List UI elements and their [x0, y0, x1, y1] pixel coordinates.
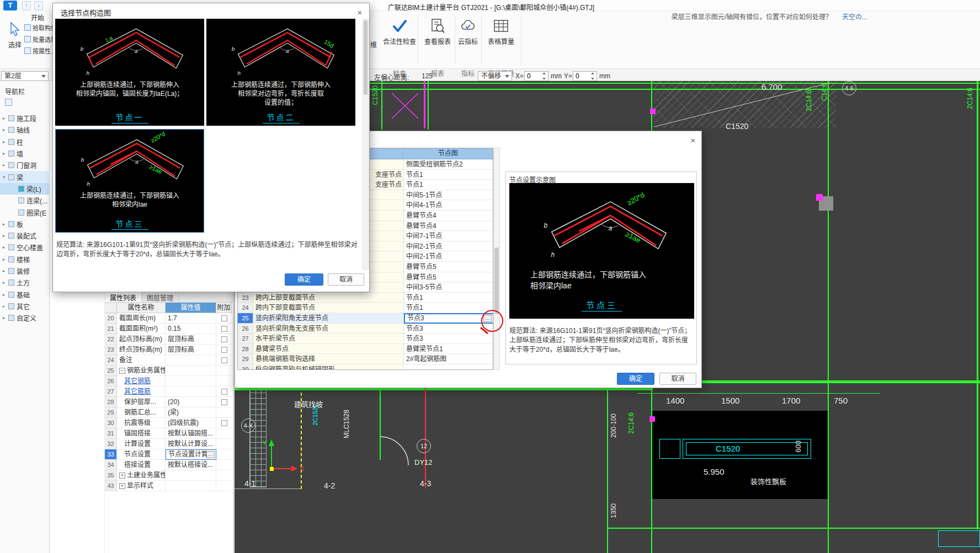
- node-value-cell[interactable]: 中间5-1节点: [404, 190, 493, 201]
- sidebar-item[interactable]: ▸基础: [0, 288, 50, 300]
- sidebar-item[interactable]: ▸土方: [0, 277, 50, 288]
- node-value-cell[interactable]: 悬臂梁节点1: [404, 344, 493, 355]
- expand-toggle-icon[interactable]: +: [119, 483, 125, 489]
- attach-checkbox[interactable]: [221, 315, 227, 321]
- check-legality-button[interactable]: 合法性检查: [382, 18, 417, 46]
- property-row[interactable]: 28保护层厚...(20): [105, 397, 232, 407]
- property-value[interactable]: 1.7: [166, 313, 216, 324]
- node-value-cell[interactable]: 中间3-5节点: [404, 282, 493, 293]
- help-search-bar[interactable]: 梁层三维显示图元/轴网有错位，位置不对应如何处理？ 天空の...: [674, 12, 867, 20]
- sidebar-item[interactable]: ▾梁: [0, 171, 50, 182]
- property-value[interactable]: 0.15: [166, 324, 216, 334]
- node-option-2[interactable]: b h a 15d 上部钢筋连续通过，下部钢筋伸入 相邻梁对边弯折，弯折长度取 …: [206, 19, 355, 126]
- table-quantity-button[interactable]: 表格算量: [484, 18, 518, 46]
- sidebar-item[interactable]: 圈梁(E: [0, 206, 50, 218]
- node-value-cell[interactable]: 悬臂节点5: [404, 272, 493, 283]
- expand-arrow-icon[interactable]: ▸: [3, 292, 8, 297]
- node-value-cell[interactable]: 节点3: [404, 324, 493, 334]
- expand-arrow-icon[interactable]: ▸: [3, 315, 8, 320]
- search-text[interactable]: 梁层三维显示图元/轴网有错位，位置不对应如何处理？: [672, 12, 832, 21]
- property-value[interactable]: 按默认搭接设...: [166, 460, 216, 470]
- expand-arrow-icon[interactable]: ▸: [3, 304, 8, 309]
- node-value-cell[interactable]: 悬臂节点4: [404, 211, 493, 221]
- node-value-cell[interactable]: 中间2-1节点: [404, 241, 493, 252]
- sidebar-item[interactable]: ▸施工段: [0, 112, 50, 124]
- cancel-button[interactable]: 取消: [659, 373, 696, 385]
- table-scrollbar[interactable]: [493, 148, 500, 370]
- expand-toggle-icon[interactable]: −: [119, 368, 125, 374]
- node-value-cell[interactable]: 侧面受扭钢筋节点2: [404, 159, 493, 170]
- property-row[interactable]: 29钢筋汇总...(梁): [105, 407, 232, 418]
- sidebar-item[interactable]: ▸其它: [0, 300, 50, 312]
- expand-arrow-icon[interactable]: ▾: [3, 175, 8, 180]
- ok-button[interactable]: 确定: [617, 373, 654, 385]
- property-row[interactable]: 26其它钢筋: [105, 376, 232, 386]
- sidebar-item[interactable]: ▸装修: [0, 265, 50, 277]
- property-value[interactable]: (梁): [166, 407, 216, 418]
- node-value-cell[interactable]: 节点1: [404, 180, 493, 190]
- expand-arrow-icon[interactable]: ▸: [3, 127, 8, 132]
- property-row[interactable]: 23终点顶标高(m)层顶标高: [105, 345, 232, 355]
- expand-toggle-icon[interactable]: +: [119, 473, 125, 479]
- sidebar-item[interactable]: ▸楼梯: [0, 254, 50, 265]
- x-spinner[interactable]: [542, 72, 547, 80]
- select-tool-button[interactable]: 选择: [7, 22, 23, 49]
- node-value-cell[interactable]: 节点3: [404, 334, 493, 344]
- attach-checkbox[interactable]: [221, 420, 227, 426]
- node-table-row[interactable]: 27水平折梁节点节点3: [238, 334, 493, 344]
- layer-selector[interactable]: 第2层: [1, 71, 49, 81]
- attach-checkbox[interactable]: [221, 347, 227, 353]
- node-table-row[interactable]: 26竖向折梁阴角无支座节点节点3: [238, 324, 493, 334]
- property-value[interactable]: [166, 386, 216, 397]
- tab-property-list[interactable]: 属性列表: [105, 292, 142, 302]
- property-row[interactable]: 24备注: [105, 355, 232, 366]
- nav-pin-icon[interactable]: [5, 99, 12, 106]
- node-table-row[interactable]: 28悬臂梁节点悬臂梁节点1: [238, 344, 493, 355]
- sidebar-item[interactable]: 连梁(...: [0, 195, 50, 206]
- property-value[interactable]: (20): [166, 397, 216, 407]
- ellipsis-button[interactable]: …: [206, 451, 215, 458]
- sidebar-item[interactable]: ▸墙: [0, 148, 50, 159]
- sidebar-item[interactable]: ▸自定义: [0, 312, 50, 324]
- property-row[interactable]: 27其它箍筋: [105, 386, 232, 397]
- node-value-cell[interactable]: 节点1: [404, 303, 493, 313]
- dialog-scrollbar[interactable]: [363, 19, 369, 270]
- property-value[interactable]: 层顶标高: [166, 334, 216, 345]
- property-value[interactable]: [166, 355, 216, 366]
- property-row[interactable]: 20截面周长(m)1.7: [105, 313, 232, 324]
- sidebar-item[interactable]: ▸轴线: [0, 124, 50, 136]
- node-table-row[interactable]: 24跨内下部变截面节点节点1: [238, 303, 493, 313]
- expand-arrow-icon[interactable]: ▸: [3, 139, 8, 144]
- expand-arrow-icon[interactable]: ▸: [3, 280, 8, 285]
- node-value-cell[interactable]: 中间2-1节点: [404, 251, 493, 262]
- y-spinner[interactable]: [591, 72, 596, 80]
- node-table-row[interactable]: 25竖向折梁阳角无支座节点节点3…: [238, 313, 493, 324]
- attach-checkbox[interactable]: [221, 326, 227, 332]
- property-row[interactable]: 25−钢筋业务属性: [105, 366, 232, 376]
- node-value-cell[interactable]: 节点3…: [404, 313, 493, 324]
- node-table-row[interactable]: 30纵向钢筋弯钩与机械锚固形...: [238, 364, 493, 369]
- sidebar-item[interactable]: ▸装配式: [0, 230, 50, 241]
- offset-mode-dropdown[interactable]: 不偏移: [478, 71, 512, 81]
- expand-arrow-icon[interactable]: ▸: [3, 163, 8, 168]
- attach-checkbox[interactable]: [221, 399, 227, 405]
- property-value[interactable]: [166, 376, 216, 386]
- import-icon[interactable]: ↑: [22, 1, 31, 10]
- node-value-cell[interactable]: 节点1: [404, 293, 493, 303]
- expand-arrow-icon[interactable]: ▸: [3, 245, 8, 250]
- view-report-button[interactable]: 查看报表: [420, 18, 455, 46]
- attach-checkbox[interactable]: [221, 389, 227, 395]
- property-value[interactable]: 节点设置计算...…: [166, 449, 216, 460]
- attach-checkbox[interactable]: [221, 336, 227, 342]
- expand-arrow-icon[interactable]: ▸: [3, 116, 8, 121]
- property-value[interactable]: 按默认计算设...: [166, 439, 216, 449]
- sidebar-item[interactable]: ▸门窗洞: [0, 159, 50, 171]
- property-value[interactable]: 层顶标高: [166, 345, 216, 355]
- property-value[interactable]: [166, 470, 216, 481]
- close-icon[interactable]: ×: [688, 136, 698, 145]
- expand-arrow-icon[interactable]: ▸: [3, 269, 8, 273]
- node-value-cell[interactable]: 悬臂节点5: [404, 262, 493, 272]
- node-option-3-selected[interactable]: b h a ≥20*d ≥1ae 上部钢筋连续通过，下部钢筋锚入 相邻梁内lae…: [55, 129, 204, 233]
- expand-arrow-icon[interactable]: ▸: [3, 233, 8, 238]
- property-value[interactable]: 按默认锚固搭...: [166, 428, 216, 439]
